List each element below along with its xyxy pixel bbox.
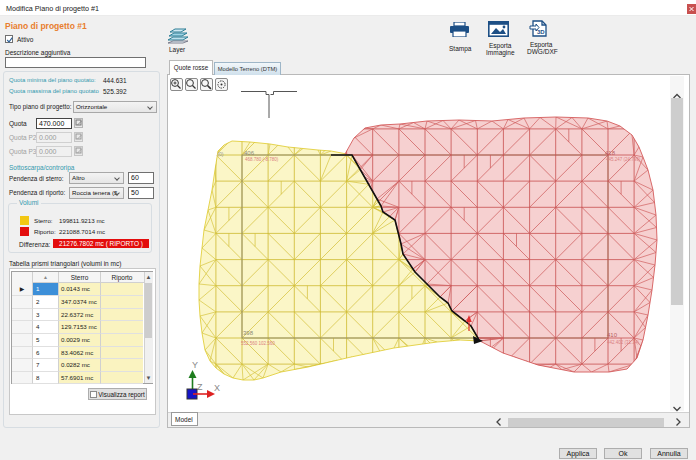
svg-text:406: 406: [244, 150, 255, 156]
svg-text:410: 410: [607, 332, 618, 338]
svg-text:Y: Y: [192, 360, 198, 370]
svg-text:552.560 102.560: 552.560 102.560: [241, 341, 275, 346]
svg-text:.(0): .(0): [216, 151, 224, 157]
svg-text:Z: Z: [197, 382, 203, 392]
svg-text:418: 418: [605, 150, 616, 156]
svg-text:X: X: [214, 383, 220, 393]
svg-text:445.247 (24.799): 445.247 (24.799): [606, 157, 641, 162]
svg-text:468.780 (-8.780): 468.780 (-8.780): [245, 157, 279, 162]
svg-text:398: 398: [243, 330, 254, 336]
svg-text:442.402 (31.34): 442.402 (31.34): [607, 340, 639, 345]
